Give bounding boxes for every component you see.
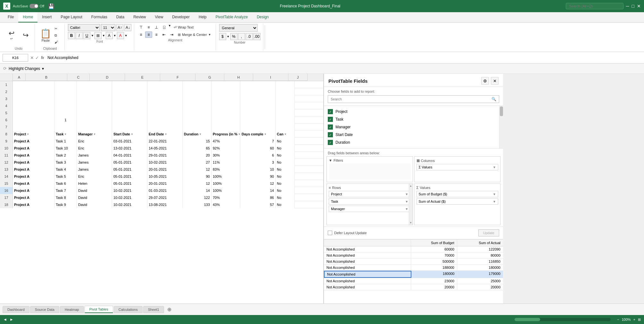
align-left-btn[interactable]: ≡ <box>137 31 144 38</box>
rows-item-task-arrow[interactable]: ▼ <box>405 200 409 203</box>
cell-f15[interactable]: 20-01-2021 <box>147 180 183 187</box>
cell-i10[interactable]: 60 <box>240 145 276 152</box>
cell-j2[interactable] <box>276 88 295 95</box>
cell-f6[interactable] <box>147 116 183 124</box>
field-checkbox-duration[interactable]: ✓ <box>328 140 333 145</box>
zoom-out-btn[interactable]: − <box>617 318 619 321</box>
cell-h14[interactable]: 100% <box>211 173 240 180</box>
merge-center-btn[interactable]: ⊞ Merge & Center ▼ <box>176 31 213 38</box>
cell-j15[interactable]: No <box>276 180 295 187</box>
cell-i18[interactable]: 57 <box>240 201 276 208</box>
cell-b12[interactable]: Project A <box>13 159 54 166</box>
align-top-btn[interactable]: ⊤ <box>137 24 144 30</box>
cell-f13[interactable]: 20-01-2021 <box>147 166 183 173</box>
values-column-item[interactable]: Σ Values ▼ <box>417 164 499 170</box>
cell-c7[interactable] <box>54 124 77 131</box>
cell-d11[interactable]: James <box>77 152 112 159</box>
redo-btn[interactable]: ↪ <box>19 30 32 40</box>
tab-pivot-analyze[interactable]: PivotTable Analyze <box>211 12 252 22</box>
cell-c8-task[interactable]: Task <box>54 131 77 138</box>
cell-c18[interactable]: Task 9 <box>54 201 77 208</box>
horizontal-scrollbar-track[interactable] <box>515 318 611 321</box>
field-checkbox-project[interactable]: ✓ <box>328 109 333 114</box>
cell-b14[interactable]: Project A <box>13 173 54 180</box>
italic-btn[interactable]: I <box>76 32 83 39</box>
borders-btn[interactable]: ⊞ <box>95 32 102 39</box>
cell-e11[interactable]: 04-01-2021 <box>112 152 147 159</box>
cell-d9[interactable]: Eric <box>77 138 112 145</box>
cell-c4[interactable] <box>54 102 77 109</box>
cell-g2[interactable] <box>183 88 211 95</box>
cell-e5[interactable] <box>112 109 147 116</box>
cell-c9[interactable]: Task 1 <box>54 138 77 145</box>
prev-sheet-btn[interactable]: ◄ <box>3 317 7 322</box>
cell-f16[interactable]: 01-03-2021 <box>147 187 183 194</box>
cell-d6[interactable] <box>77 116 112 124</box>
pivot-data-row-7[interactable]: Not Accomplished 20000 20000 <box>324 284 503 290</box>
align-center-btn[interactable]: ≡ <box>145 31 152 38</box>
tab-insert[interactable]: Insert <box>37 12 56 22</box>
tab-heatmap[interactable]: Heatmap <box>60 306 84 313</box>
cell-b15[interactable]: Project A <box>13 180 54 187</box>
cell-g15[interactable]: 12 <box>183 180 211 187</box>
cell-d1[interactable] <box>77 81 112 88</box>
cell-e4[interactable] <box>112 102 147 109</box>
format-painter-btn[interactable]: 🖌 <box>53 39 60 45</box>
cell-h13[interactable]: 83% <box>211 166 240 173</box>
pivot-data-row-3[interactable]: Not Accomplished 500000 116850 <box>324 259 503 265</box>
tab-developer[interactable]: Developer <box>168 12 194 22</box>
cell-b18[interactable]: Project A <box>13 201 54 208</box>
text-angle-dropdown[interactable]: ▼ <box>168 24 171 30</box>
borders-dropdown[interactable]: ▼ <box>102 34 105 37</box>
col-header-j[interactable]: J <box>288 74 308 81</box>
values-col-arrow[interactable]: ▼ <box>493 166 496 169</box>
cell-h7[interactable] <box>211 124 240 131</box>
cell-h5[interactable] <box>211 109 240 116</box>
restore-btn[interactable]: □ <box>632 4 634 9</box>
currency-btn[interactable]: $ <box>219 33 226 40</box>
tab-page-layout[interactable]: Page Layout <box>56 12 87 22</box>
rows-item-manager[interactable]: Manager ▼ <box>329 206 411 212</box>
tab-design[interactable]: Design <box>252 12 273 22</box>
font-color-dropdown[interactable]: ▼ <box>125 34 128 37</box>
confirm-formula-icon[interactable]: ✓ <box>35 55 39 60</box>
cell-i5[interactable] <box>240 109 276 116</box>
tab-home[interactable]: Home <box>18 12 37 22</box>
decrease-indent-btn[interactable]: ⇤ <box>161 31 168 38</box>
align-right-btn[interactable]: ≡ <box>153 31 160 38</box>
cell-i15[interactable]: 12 <box>240 180 276 187</box>
col-header-a[interactable]: A <box>13 74 26 81</box>
cell-d5[interactable] <box>77 109 112 116</box>
col-header-e[interactable]: E <box>125 74 160 81</box>
fill-color-btn[interactable]: A <box>106 32 113 39</box>
increase-decimal-btn[interactable]: .00 <box>253 33 260 40</box>
cell-g6[interactable] <box>183 116 211 124</box>
cell-h15[interactable]: 100% <box>211 180 240 187</box>
cell-g5[interactable] <box>183 109 211 116</box>
cell-d14[interactable]: Eric <box>77 173 112 180</box>
cell-c13[interactable]: Task 4 <box>54 166 77 173</box>
pivot-data-row-5-selected[interactable]: Not Accomplished 180000 179000 <box>324 271 503 278</box>
tab-dashboard[interactable]: Dashboard <box>3 306 29 313</box>
increase-indent-btn[interactable]: ⇥ <box>168 31 175 38</box>
cell-i16[interactable]: 14 <box>240 187 276 194</box>
pivot-data-row-2[interactable]: Not Accomplished 70000 80000 <box>324 252 503 259</box>
cell-f9[interactable]: 22-01-2021 <box>147 138 183 145</box>
cell-i3[interactable] <box>240 95 276 102</box>
cell-j10[interactable]: No <box>276 145 295 152</box>
align-bottom-btn[interactable]: ⊥ <box>153 24 160 30</box>
values-item-actual[interactable]: Sum of Actual ($) ▼ <box>417 198 499 205</box>
cell-j9[interactable]: No <box>276 138 295 145</box>
cell-d3[interactable] <box>77 95 112 102</box>
underline-btn[interactable]: U <box>83 32 90 39</box>
merge-dropdown[interactable]: ▼ <box>208 33 211 36</box>
cell-c10[interactable]: Task 10 <box>54 145 77 152</box>
cell-b4[interactable] <box>13 102 54 109</box>
cell-d13[interactable]: James <box>77 166 112 173</box>
increase-font-btn[interactable]: A↑ <box>116 24 123 31</box>
cell-i7[interactable] <box>240 124 276 131</box>
field-checkbox-start-date[interactable]: ✓ <box>328 132 333 137</box>
cell-h1[interactable] <box>211 81 240 88</box>
next-sheet-btn[interactable]: ► <box>10 317 13 322</box>
save-icon[interactable]: 💾 <box>48 3 54 9</box>
